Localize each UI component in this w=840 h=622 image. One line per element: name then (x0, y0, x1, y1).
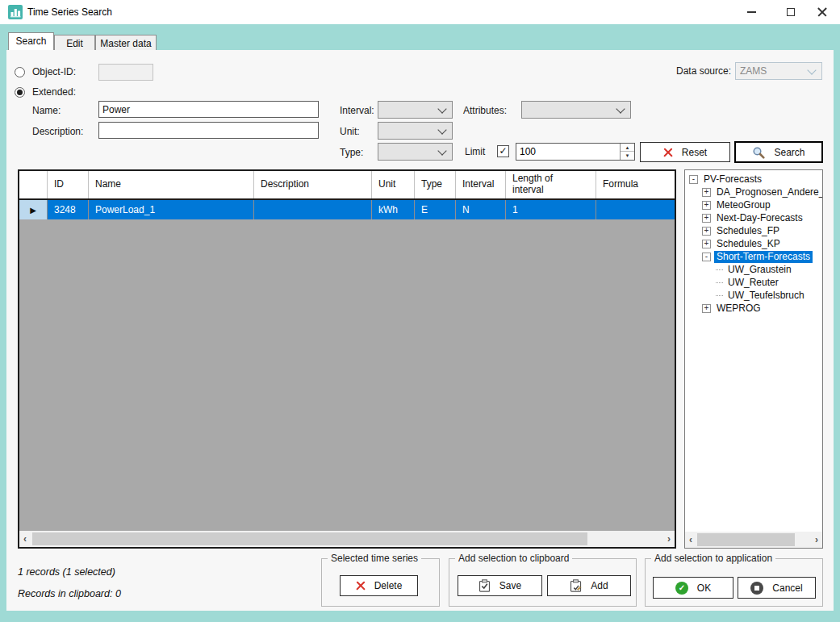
row-selector-cell[interactable]: ▶ (19, 200, 48, 219)
magnifier-icon (752, 146, 765, 159)
tree-item-schedules-fp[interactable]: + Schedules_FP (685, 224, 822, 237)
object-id-input[interactable] (98, 64, 153, 81)
tree-collapse-icon[interactable]: - (702, 253, 711, 261)
spinner-buttons: ▲ ▼ (620, 144, 634, 160)
interval-label: Interval: (340, 105, 374, 116)
column-header-formula[interactable]: Formula (596, 171, 675, 198)
tree-item-label[interactable]: WEPROG (714, 303, 763, 315)
data-source-value: ZAMS (740, 65, 767, 77)
grid-scrollbar-thumb[interactable] (32, 532, 587, 545)
tree-expand-icon[interactable]: + (702, 304, 711, 313)
tree-item-da-prognosen[interactable]: + DA_Prognosen_Andere_ (685, 186, 822, 198)
tab-search[interactable]: Search (8, 32, 54, 50)
cell-id[interactable]: 3248 (48, 200, 89, 219)
tab-edit[interactable]: Edit (54, 35, 95, 50)
cell-description[interactable] (254, 200, 372, 219)
tree-item-label[interactable]: Schedules_FP (714, 225, 782, 237)
tree-item-label[interactable]: UW_Reuter (725, 277, 781, 289)
column-header-interval[interactable]: Interval (456, 171, 506, 198)
records-count-status: 1 records (1 selected) (18, 566, 115, 578)
tree-collapse-icon[interactable]: - (689, 175, 698, 184)
tree-item-uw-graustein[interactable]: UW_Graustein (685, 263, 822, 276)
tree-item-uw-teufelsbruch[interactable]: UW_Teufelsbruch (685, 289, 822, 302)
save-button[interactable]: Save (458, 575, 542, 596)
scroll-right-icon[interactable]: › (811, 532, 822, 548)
column-header-unit[interactable]: Unit (372, 171, 415, 198)
attributes-dropdown[interactable] (521, 101, 631, 119)
delete-button[interactable]: Delete (340, 575, 418, 596)
add-button[interactable]: Add (547, 575, 631, 596)
minimize-button[interactable] (738, 0, 765, 24)
column-header-length-of-interval[interactable]: Length of interval (506, 171, 596, 198)
scroll-left-icon[interactable]: ‹ (19, 531, 31, 547)
cancel-button[interactable]: Cancel (738, 577, 816, 599)
maximize-button[interactable] (777, 0, 804, 24)
limit-value-input[interactable] (516, 144, 625, 160)
tree-item-pv-forecasts[interactable]: - PV-Forecasts (685, 173, 822, 186)
cell-formula[interactable] (596, 200, 675, 219)
description-label: Description: (32, 126, 83, 137)
row-selector-header[interactable] (19, 171, 48, 198)
cell-interval[interactable]: N (456, 200, 506, 219)
tree-item-short-term-forecasts[interactable]: - Short-Term-Forecasts (685, 250, 822, 263)
tree-item-uw-reuter[interactable]: UW_Reuter (685, 276, 822, 289)
name-input[interactable] (98, 101, 319, 118)
tree-item-label[interactable]: MeteoGroup (714, 199, 773, 211)
cell-length-of-interval[interactable]: 1 (506, 200, 596, 219)
tree-item-label[interactable]: UW_Graustein (725, 264, 794, 276)
data-source-dropdown[interactable]: ZAMS (735, 62, 822, 80)
tab-master-data[interactable]: Master data (95, 35, 157, 50)
clipboard-group-label: Add selection to clipboard (455, 553, 572, 564)
unit-dropdown[interactable] (378, 122, 453, 140)
grid-horizontal-scrollbar[interactable]: ‹ › (19, 531, 675, 547)
scroll-right-icon[interactable]: › (663, 531, 675, 547)
ok-button[interactable]: ✓ OK (653, 577, 733, 599)
close-button[interactable] (809, 0, 836, 24)
cell-name[interactable]: PowerLoad_1 (89, 200, 254, 219)
column-header-id[interactable]: ID (48, 171, 89, 198)
interval-dropdown[interactable] (378, 101, 453, 119)
chevron-down-icon (807, 65, 816, 74)
tree-item-label[interactable]: DA_Prognosen_Andere_ (714, 186, 823, 198)
cell-unit[interactable]: kWh (372, 200, 415, 219)
spin-down-icon[interactable]: ▼ (621, 152, 634, 160)
minimize-icon (747, 11, 756, 13)
tree-item-label[interactable]: PV-Forecasts (701, 173, 764, 186)
type-dropdown[interactable] (378, 143, 453, 161)
search-tab-panel: Object-ID: Extended: Name: Description: … (6, 50, 834, 611)
object-id-radio[interactable] (15, 67, 25, 77)
window-title: Time Series Search (27, 0, 112, 24)
tree-item-schedules-kp[interactable]: + Schedules_KP (685, 237, 822, 250)
tree-item-label[interactable]: UW_Teufelsbruch (725, 290, 807, 302)
column-header-type[interactable]: Type (415, 171, 456, 198)
search-button[interactable]: Search (734, 141, 823, 163)
cell-type[interactable]: E (415, 200, 456, 219)
tree-expand-icon[interactable]: + (702, 188, 711, 197)
tree-item-label[interactable]: Short-Term-Forecasts (714, 251, 813, 263)
extended-radio[interactable] (15, 87, 25, 98)
column-header-name[interactable]: Name (89, 171, 254, 198)
reset-button[interactable]: Reset (640, 142, 730, 162)
scroll-left-icon[interactable]: ‹ (685, 532, 696, 548)
description-input[interactable] (98, 122, 319, 139)
tree-item-meteogroup[interactable]: + MeteoGroup (685, 198, 822, 211)
tree-item-weprog[interactable]: + WEPROG (685, 302, 822, 315)
tree-horizontal-scrollbar[interactable]: ‹ › (685, 532, 822, 548)
table-row[interactable]: ▶ 3248 PowerLoad_1 kWh E N 1 (19, 200, 675, 219)
ok-check-icon: ✓ (675, 582, 688, 595)
tree-item-label[interactable]: Schedules_KP (714, 238, 783, 250)
tree-item-label[interactable]: Next-Day-Forecasts (714, 212, 805, 224)
tree-expand-icon[interactable]: + (702, 201, 711, 210)
column-header-description[interactable]: Description (254, 171, 372, 198)
tree-scrollbar-thumb[interactable] (697, 533, 795, 546)
clipboard-count-status: Records in clipboard: 0 (18, 588, 121, 599)
spin-up-icon[interactable]: ▲ (621, 144, 634, 152)
unit-label: Unit: (340, 126, 360, 137)
tree-item-next-day-forecasts[interactable]: + Next-Day-Forecasts (685, 211, 822, 224)
cancel-stop-icon (750, 582, 763, 595)
tree-expand-icon[interactable]: + (702, 240, 711, 248)
tree-expand-icon[interactable]: + (702, 214, 711, 223)
close-icon (817, 7, 827, 17)
limit-checkbox[interactable]: ✓ (497, 145, 509, 157)
tree-expand-icon[interactable]: + (702, 227, 711, 236)
